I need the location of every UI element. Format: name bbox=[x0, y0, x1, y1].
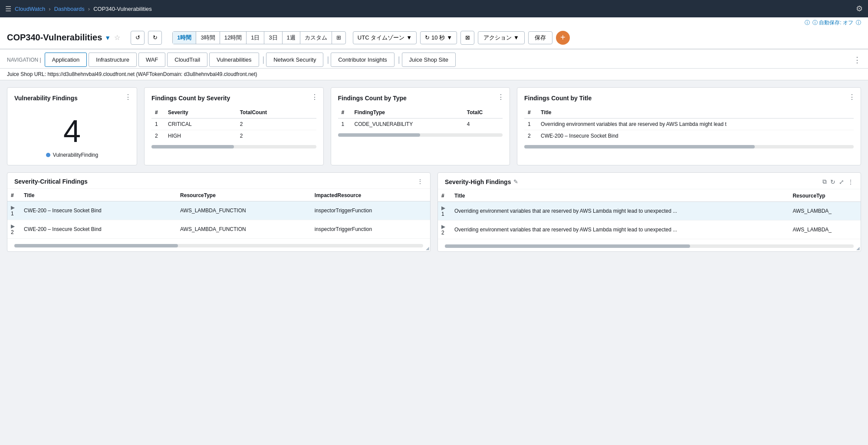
menu-icon[interactable]: ☰ bbox=[5, 5, 11, 13]
dashboard-title: COP340-Vulnerabilities ▼ bbox=[7, 33, 111, 43]
time-1h-button[interactable]: 1時間 bbox=[173, 32, 196, 44]
save-button[interactable]: 保存 bbox=[528, 31, 552, 44]
critical-scrollbar-wrap bbox=[7, 239, 430, 251]
critical-widget-icons: ⋮ bbox=[417, 178, 423, 185]
severity-row2-count: 2 bbox=[237, 130, 316, 142]
vuln-findings-menu-icon[interactable]: ⋮ bbox=[125, 93, 132, 101]
undo-icon: ↺ bbox=[135, 34, 140, 41]
findings-severity-menu-icon[interactable]: ⋮ bbox=[311, 93, 318, 101]
time-grid-button[interactable]: ⊞ bbox=[332, 32, 345, 43]
bytitle-scrollbar[interactable] bbox=[524, 145, 854, 148]
refresh-button[interactable]: ↻ 10 秒 ▼ bbox=[420, 31, 457, 44]
table-row: 1 Overriding environment variables that … bbox=[524, 119, 854, 130]
cloudwatch-link[interactable]: CloudWatch bbox=[15, 6, 45, 12]
timezone-arrow-icon: ▼ bbox=[406, 34, 412, 41]
expand-high-row1-icon[interactable]: ▶ bbox=[441, 205, 445, 211]
redo-button[interactable]: ↻ bbox=[148, 31, 162, 45]
findings-type-menu-icon[interactable]: ⋮ bbox=[497, 93, 504, 101]
high-maximize-icon[interactable]: ⤢ bbox=[839, 178, 844, 185]
high-copy-icon[interactable]: ⧉ bbox=[822, 178, 827, 185]
nav-more-icon[interactable]: ⋮ bbox=[853, 55, 861, 65]
critical-resize-handle[interactable] bbox=[424, 245, 430, 251]
undo-button[interactable]: ↺ bbox=[131, 31, 145, 45]
high-scrollbar-wrap bbox=[438, 239, 861, 251]
critical-more-icon[interactable]: ⋮ bbox=[417, 178, 423, 185]
table-row: ▶ 2 CWE-200 – Insecure Socket Bind AWS_L… bbox=[7, 220, 430, 239]
severity-row2-num: 2 bbox=[151, 130, 164, 142]
high-scrollbar[interactable] bbox=[445, 244, 854, 248]
time-3h-button[interactable]: 3時間 bbox=[196, 32, 220, 44]
bytitle-row2-num: 2 bbox=[524, 130, 537, 142]
table-row: 2 CWE-200 – Insecure Socket Bind bbox=[524, 130, 854, 142]
toolbar: COP340-Vulnerabilities ▼ ☆ ↺ ↻ 1時間 3時間 1… bbox=[0, 26, 868, 49]
navigation-bar: NAVIGATION | Application Infrastructure … bbox=[0, 49, 868, 69]
nav-label: NAVIGATION | bbox=[7, 57, 41, 63]
critical-row1-resourcetype: AWS_LAMBDA_FUNCTION bbox=[177, 201, 311, 220]
time-custom-button[interactable]: カスタム bbox=[300, 32, 332, 44]
severity-scrollbar[interactable] bbox=[151, 145, 316, 148]
timezone-button[interactable]: UTC タイムゾーン ▼ bbox=[353, 31, 417, 44]
high-row2-title: Overriding environment variables that ar… bbox=[451, 221, 789, 239]
high-widget-title: Severity-High Findings bbox=[445, 178, 511, 185]
settings-icon[interactable]: ⚙ bbox=[856, 4, 863, 13]
critical-col-title: Title bbox=[20, 189, 177, 201]
expand-row1-icon[interactable]: ▶ bbox=[11, 204, 15, 211]
time-1w-button[interactable]: 1週 bbox=[283, 32, 300, 44]
findings-severity-title: Findings Count by Severity bbox=[151, 95, 316, 102]
high-resize-handle[interactable] bbox=[855, 245, 861, 251]
high-widget-icons: ⧉ ↻ ⤢ ⋮ bbox=[822, 178, 854, 185]
findings-by-severity-widget: Findings Count by Severity ⋮ # Severity … bbox=[144, 87, 324, 165]
nav-item-infrastructure[interactable]: Infrastructure bbox=[89, 53, 137, 67]
severity-row1-num: 1 bbox=[151, 119, 164, 130]
severity-row1-severity: CRITICAL bbox=[164, 119, 237, 130]
time-12h-button[interactable]: 12時間 bbox=[220, 32, 247, 44]
nav-item-application[interactable]: Application bbox=[45, 53, 87, 67]
refresh-arrow-icon: ▼ bbox=[447, 34, 452, 41]
time-1d-button[interactable]: 1日 bbox=[247, 32, 264, 44]
favorite-icon[interactable]: ☆ bbox=[114, 33, 120, 42]
fullscreen-button[interactable]: ⊠ bbox=[460, 31, 474, 45]
type-scrollbar[interactable] bbox=[338, 133, 503, 137]
type-col-hash: # bbox=[338, 107, 351, 119]
dashboards-link[interactable]: Dashboards bbox=[54, 6, 85, 12]
findings-by-title-widget: Findings Count by Title ⋮ # Title 1 Over… bbox=[517, 87, 861, 165]
nav-item-network-security[interactable]: Network Security bbox=[266, 53, 323, 67]
high-more-icon[interactable]: ⋮ bbox=[848, 178, 854, 185]
nav-item-contributor-insights[interactable]: Contributor Insights bbox=[331, 53, 395, 67]
critical-row2-impacted: inspectorTriggerFunction bbox=[311, 220, 430, 239]
refresh-interval-label: 10 秒 bbox=[431, 34, 445, 42]
title-dropdown-icon[interactable]: ▼ bbox=[105, 34, 111, 41]
findings-type-title: Findings Count by Type bbox=[338, 95, 503, 102]
time-range-selector: 1時間 3時間 12時間 1日 3日 1週 カスタム ⊞ bbox=[172, 31, 346, 44]
high-col-title: Title bbox=[451, 189, 789, 202]
expand-high-row2-icon[interactable]: ▶ bbox=[441, 224, 445, 230]
nav-item-waf[interactable]: WAF bbox=[138, 53, 165, 67]
top-widget-row: Vulnerability Findings ⋮ 4 Vulnerability… bbox=[7, 87, 861, 165]
bytitle-row1-title: Overriding environment variables that ar… bbox=[537, 119, 854, 130]
edit-high-icon[interactable]: ✎ bbox=[513, 178, 518, 185]
main-content: Vulnerability Findings ⋮ 4 Vulnerability… bbox=[0, 80, 868, 259]
top-bar: ☰ CloudWatch › Dashboards › COP340-Vulne… bbox=[0, 0, 868, 17]
nav-item-cloudtrail[interactable]: CloudTrail bbox=[167, 53, 207, 67]
url-bar: Juice Shop URL: https://d3u8hehnvbal49.c… bbox=[0, 69, 868, 80]
add-widget-button[interactable]: + bbox=[556, 31, 570, 45]
url-text: Juice Shop URL: https://d3u8hehnvbal49.c… bbox=[7, 71, 257, 77]
critical-row2-num: ▶ 2 bbox=[7, 220, 20, 239]
nav-item-vulnerabilities[interactable]: Vulnerabilities bbox=[209, 53, 259, 67]
bytitle-row1-num: 1 bbox=[524, 119, 537, 130]
findings-type-table: # FindingType TotalC 1 CODE_VULNERABILIT… bbox=[338, 107, 503, 130]
actions-arrow-icon: ▼ bbox=[513, 34, 519, 41]
critical-scrollbar[interactable] bbox=[14, 244, 423, 247]
findings-by-type-widget: Findings Count by Type ⋮ # FindingType T… bbox=[331, 87, 510, 165]
findings-title-menu-icon[interactable]: ⋮ bbox=[848, 93, 855, 101]
breadcrumb-sep-1: › bbox=[49, 6, 50, 12]
severity-row1-count: 2 bbox=[237, 119, 316, 130]
high-findings-table: # Title ResourceTyp ▶ 1 Overriding envir… bbox=[438, 189, 861, 239]
time-3d-button[interactable]: 3日 bbox=[264, 32, 282, 44]
nav-item-juice-shop-site[interactable]: Juice Shop Site bbox=[402, 53, 456, 67]
findings-severity-table: # Severity TotalCount 1 CRITICAL 2 2 HIG… bbox=[151, 107, 316, 142]
actions-button[interactable]: アクション ▼ bbox=[478, 31, 525, 44]
high-refresh-icon[interactable]: ↻ bbox=[830, 178, 835, 185]
expand-row2-icon[interactable]: ▶ bbox=[11, 223, 15, 229]
critical-col-resourcetype: ResourceType bbox=[177, 189, 311, 201]
